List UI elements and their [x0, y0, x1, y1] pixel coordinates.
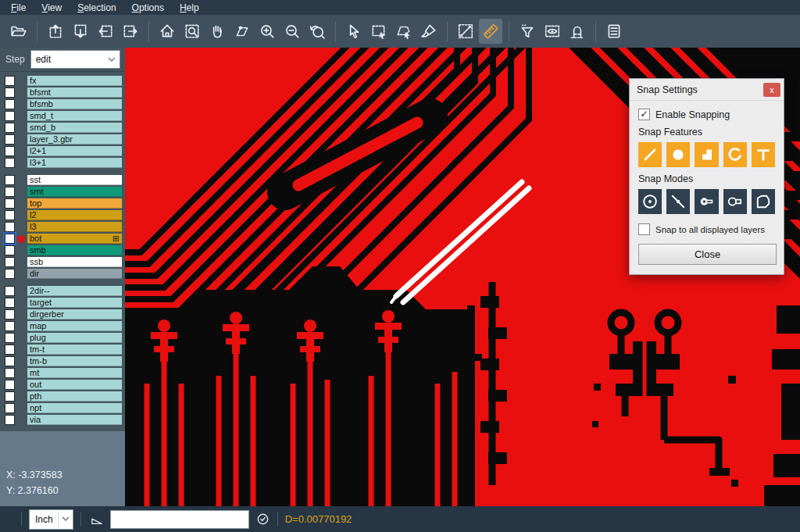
layer-item-dir[interactable]: dir	[27, 269, 122, 280]
layer-visibility-checkbox[interactable]	[5, 123, 15, 133]
layer-item-l3[interactable]: l3	[27, 222, 122, 233]
layer-visibility-checkbox[interactable]	[5, 309, 15, 320]
select-arrow-icon[interactable]	[342, 19, 366, 44]
enable-snapping-checkbox[interactable]: ✓	[638, 109, 650, 120]
snap-mode-edge-icon[interactable]	[752, 189, 775, 214]
measure-line-icon[interactable]	[454, 19, 477, 44]
layer-item-smb[interactable]: smb	[27, 245, 122, 256]
layer-visibility-checkbox[interactable]	[5, 111, 15, 121]
sync-icon[interactable]	[255, 512, 270, 527]
layer-visibility-checkbox[interactable]	[5, 298, 15, 308]
layer-visibility-checkbox[interactable]	[5, 175, 15, 185]
layer-item-via[interactable]: via	[27, 415, 122, 426]
layer-visibility-checkbox[interactable]	[5, 286, 15, 296]
layer-item-plug[interactable]: plug	[27, 333, 122, 344]
layer-item-l3+1[interactable]: l3+1	[27, 158, 122, 169]
layer-visibility-checkbox[interactable]	[5, 222, 15, 232]
home-icon[interactable]	[155, 19, 179, 44]
layer-item-ssb[interactable]: ssb	[27, 257, 122, 268]
layer-item-l2+1[interactable]: l2+1	[27, 146, 122, 157]
layer-visibility-checkbox[interactable]	[5, 158, 15, 168]
layer-visibility-checkbox[interactable]	[5, 269, 15, 279]
snap-feature-line-icon[interactable]	[638, 142, 662, 167]
pan-down-icon[interactable]	[69, 19, 92, 44]
layer-item-bfsmt[interactable]: bfsmt	[27, 87, 122, 98]
snap-all-layers-checkbox[interactable]	[638, 223, 650, 235]
ruler-icon[interactable]	[479, 19, 502, 44]
layer-visibility-checkbox[interactable]	[5, 368, 15, 378]
layer-visibility-checkbox[interactable]	[5, 333, 15, 343]
zoom-in-icon[interactable]	[255, 19, 279, 44]
status-input[interactable]	[110, 510, 249, 529]
snap-mode-midpoint-icon[interactable]	[666, 189, 690, 214]
layer-visibility-checkbox[interactable]	[5, 356, 15, 366]
layer-visibility-checkbox[interactable]	[5, 257, 15, 267]
layer-item-tm-b[interactable]: tm-b	[27, 356, 122, 367]
layer-item-bot[interactable]: bot⊞	[27, 234, 122, 245]
menu-selection[interactable]: Selection	[70, 2, 123, 14]
layer-visibility-checkbox[interactable]	[5, 234, 15, 244]
close-icon[interactable]: x	[763, 83, 780, 97]
filter-icon[interactable]	[516, 19, 539, 44]
layer-visibility-checkbox[interactable]	[5, 345, 15, 355]
pan-left-icon[interactable]	[94, 19, 117, 44]
layer-item-smd_t[interactable]: smd_t	[27, 111, 122, 122]
menu-file[interactable]: File	[3, 2, 34, 14]
open-icon[interactable]	[7, 19, 30, 44]
dialog-title-bar[interactable]: Snap Settings x	[630, 79, 784, 101]
snap-mode-center-icon[interactable]	[638, 189, 662, 214]
layer-item-npt[interactable]: npt	[27, 403, 122, 414]
layer-visibility-checkbox[interactable]	[5, 403, 15, 413]
layer-item-tm-t[interactable]: tm-t	[27, 345, 122, 355]
snap-feature-text-icon[interactable]	[752, 142, 775, 167]
zoom-prev-icon[interactable]	[305, 19, 329, 44]
polygon-node-icon[interactable]	[230, 19, 254, 44]
brush-icon[interactable]	[417, 19, 441, 44]
poly-select-icon[interactable]	[392, 19, 416, 44]
zoom-out-icon[interactable]	[280, 19, 304, 44]
layer-visibility-checkbox[interactable]	[5, 210, 15, 220]
layer-visibility-checkbox[interactable]	[5, 415, 15, 425]
layer-item-2dir--[interactable]: 2dir--	[27, 286, 122, 297]
layer-item-map[interactable]: map	[27, 321, 122, 332]
layer-item-out[interactable]: out	[27, 380, 122, 391]
pan-right-icon[interactable]	[119, 19, 142, 44]
layer-item-pth[interactable]: pth	[27, 391, 122, 402]
layer-visibility-checkbox[interactable]	[5, 187, 15, 197]
grid-icon[interactable]: ⊞	[112, 234, 120, 244]
snap-feature-circle-icon[interactable]	[666, 142, 690, 167]
layer-item-target[interactable]: target	[27, 298, 122, 309]
hand-icon[interactable]	[205, 19, 229, 44]
zoom-region-icon[interactable]	[180, 19, 204, 44]
snap-feature-pad-icon[interactable]	[695, 142, 718, 167]
layer-visibility-checkbox[interactable]	[5, 99, 15, 109]
rect-select-icon[interactable]	[367, 19, 391, 44]
layer-item-smd_b[interactable]: smd_b	[27, 123, 122, 134]
menu-help[interactable]: Help	[172, 2, 207, 14]
layer-item-layer_3.gbr[interactable]: layer_3.gbr	[27, 134, 122, 145]
pan-up-icon[interactable]	[44, 19, 67, 44]
snap-mode-padstack-outline-icon[interactable]	[723, 189, 747, 214]
report-icon[interactable]	[602, 19, 626, 44]
step-select[interactable]: edit	[30, 50, 120, 69]
menu-options[interactable]: Options	[124, 2, 172, 14]
layer-item-top[interactable]: top	[27, 198, 122, 209]
angle-mode-icon[interactable]	[90, 513, 104, 526]
menu-view[interactable]: View	[34, 2, 70, 14]
snap-feature-arc-icon[interactable]	[723, 142, 747, 167]
layer-item-smt[interactable]: smt	[27, 187, 122, 198]
magnet-icon[interactable]	[566, 19, 589, 44]
layer-item-bfsmb[interactable]: bfsmb	[27, 99, 122, 110]
layer-item-dirgerber[interactable]: dirgerber	[27, 309, 122, 320]
layer-item-fx[interactable]: fx	[27, 76, 122, 87]
layer-item-sst[interactable]: sst	[27, 175, 122, 186]
unit-select[interactable]: Inch	[29, 509, 73, 530]
snap-mode-padstack-filled-icon[interactable]	[695, 189, 718, 214]
layer-visibility-checkbox[interactable]	[5, 380, 15, 390]
layer-visibility-checkbox[interactable]	[5, 198, 15, 209]
layer-item-mt[interactable]: mt	[27, 368, 122, 379]
layer-visibility-checkbox[interactable]	[5, 76, 15, 86]
layer-visibility-checkbox[interactable]	[5, 146, 15, 156]
layer-visibility-checkbox[interactable]	[5, 391, 15, 402]
layer-item-l2[interactable]: l2	[27, 210, 122, 221]
